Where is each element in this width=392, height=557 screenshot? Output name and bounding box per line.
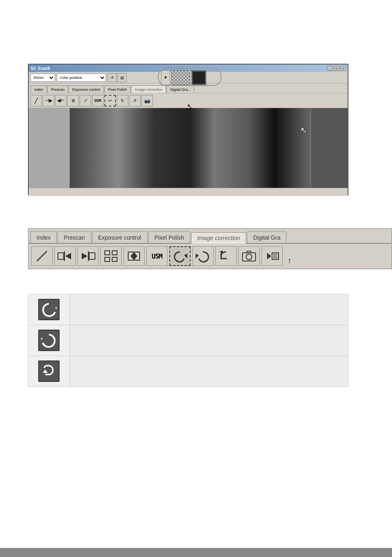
legend-undo-icon — [41, 364, 57, 379]
undo-btn[interactable]: ↺ — [129, 95, 141, 106]
tab-pixel-polish[interactable]: Pixel Polish — [104, 86, 131, 93]
svg-marker-13 — [131, 256, 137, 260]
checkered-preview-icon[interactable] — [171, 70, 190, 85]
curve-icon — [35, 250, 48, 263]
tab-prescan[interactable]: Prescan — [47, 86, 68, 93]
zt-rotate-right-button[interactable] — [192, 246, 214, 266]
svg-rect-1 — [58, 253, 64, 259]
legend-rotate-cw-button[interactable] — [38, 330, 60, 351]
canvas-right-panel — [311, 108, 348, 188]
canvas-left-panel — [29, 108, 70, 188]
legend-row-undo — [28, 356, 348, 386]
zt-usm-button[interactable]: USM — [146, 246, 168, 266]
zoomed-tab-exposure[interactable]: Exposure control — [92, 231, 148, 243]
zt-camera-button[interactable] — [238, 246, 260, 266]
dropdown-arrow-button[interactable]: ▼ — [161, 70, 170, 85]
legend-row-restore — [28, 294, 348, 325]
level-out-icon — [80, 250, 96, 263]
zoomed-tab-pixel-polish[interactable]: Pixel Polish — [148, 231, 190, 243]
svg-marker-24 — [55, 305, 57, 311]
window-title: SiI_Scan8 — [30, 66, 50, 71]
zt-restore-selected-button[interactable] — [169, 246, 191, 266]
toolbar-row-2: ╱ ⊣▶ ◀⊢ ⊞ ⤢ USM ↩ ↻ ↺ 📷 ↖ — [29, 93, 348, 108]
level-in-btn[interactable]: ⊣▶ — [43, 95, 54, 106]
legend-rotate-cw-icon — [41, 333, 57, 348]
maximize-button[interactable]: □ — [334, 66, 339, 71]
svg-rect-7 — [105, 251, 110, 255]
zoomed-tab-digital-gra[interactable]: Digital Gra — [247, 231, 286, 243]
color-mode-select[interactable]: Color positive — [57, 74, 106, 82]
toolbar-icons-left: ↺ ▤ — [108, 73, 127, 82]
undo-icon — [219, 250, 233, 263]
tab-digital-gra[interactable]: Digital Gra... — [166, 86, 194, 93]
legend-text-undo — [69, 356, 348, 386]
zoomed-tab-image-correction[interactable]: Image correction — [191, 232, 246, 244]
minimize-button[interactable]: _ — [327, 66, 333, 71]
zoomed-tab-index[interactable]: Index — [30, 231, 57, 243]
more-icon — [265, 250, 279, 263]
rotate-right-icon — [196, 250, 210, 263]
svg-marker-16 — [219, 250, 223, 254]
legend-restore-button[interactable] — [38, 299, 60, 320]
usm-btn[interactable]: USM — [92, 95, 104, 106]
legend-icon-cell-rotate-cw — [28, 326, 69, 354]
zt-more-button[interactable] — [261, 246, 283, 266]
zoomed-tabs-section: Index Prescan Exposure control Pixel Pol… — [28, 228, 392, 269]
zt-expand-button[interactable] — [123, 246, 145, 266]
legend-section — [28, 294, 348, 387]
zoomed-tab-row: Index Prescan Exposure control Pixel Pol… — [29, 229, 391, 244]
rotate-icon[interactable]: ↺ — [108, 73, 117, 82]
svg-rect-10 — [112, 257, 117, 261]
camera-btn[interactable]: 📷 — [141, 95, 153, 106]
zoom-select[interactable]: 25mm — [30, 74, 55, 82]
legend-text-rotate-cw — [69, 325, 348, 356]
tab-index[interactable]: Index — [30, 86, 47, 93]
svg-marker-2 — [65, 253, 71, 259]
zoomed-tab-prescan[interactable]: Prescan — [58, 231, 91, 243]
color-balance-btn[interactable]: ⊞ — [67, 95, 79, 106]
solid-preview-icon[interactable] — [191, 70, 206, 85]
legend-undo-button[interactable] — [38, 361, 60, 382]
camera-icon — [242, 250, 256, 263]
zt-color-balance-button[interactable] — [100, 246, 122, 266]
curve-btn[interactable]: ╱ — [30, 95, 42, 106]
legend-icon-cell-restore — [28, 296, 69, 324]
tab-image-correction[interactable]: Image correction — [131, 86, 166, 93]
svg-line-0 — [37, 251, 47, 261]
legend-text-restore — [69, 294, 348, 325]
svg-marker-19 — [267, 253, 271, 259]
window-controls: _ □ × — [327, 66, 346, 71]
bottom-bar — [0, 548, 392, 557]
rotate-cw-btn[interactable]: ↻ — [117, 95, 128, 106]
scan-icon[interactable]: ▤ — [118, 73, 127, 82]
zt-level-out-button[interactable] — [77, 246, 99, 266]
canvas-area — [29, 108, 348, 188]
svg-marker-12 — [131, 252, 137, 256]
cursor-pointer-zoomed: ↑ — [288, 257, 291, 265]
screenshot-window: SiI_Scan8 _ □ × 25mm Color positive ↺ ▤ … — [28, 64, 348, 195]
svg-rect-8 — [112, 251, 117, 255]
svg-marker-4 — [82, 253, 88, 259]
legend-row-rotate-cw — [28, 325, 348, 356]
expand-btn[interactable]: ⤢ — [80, 95, 91, 106]
zt-curve-button[interactable] — [31, 246, 53, 266]
close-button[interactable]: × — [340, 66, 346, 71]
grid-icon — [104, 250, 118, 263]
restore-btn[interactable]: ↩ — [104, 95, 116, 106]
svg-rect-9 — [105, 257, 110, 261]
svg-marker-25 — [41, 336, 43, 342]
svg-marker-26 — [43, 370, 48, 373]
svg-point-18 — [246, 254, 252, 260]
restore-selected-icon — [173, 250, 187, 263]
usm-label: USM — [152, 252, 162, 260]
level-out-btn[interactable]: ◀⊢ — [55, 95, 67, 106]
expand-icon — [127, 250, 141, 263]
tab-exposure[interactable]: Exposure control — [69, 86, 104, 93]
zoomed-toolbar-row: USM — [29, 244, 391, 268]
svg-rect-6 — [89, 253, 95, 259]
level-in-icon — [57, 250, 73, 263]
horizontal-scrollbar[interactable] — [29, 188, 348, 196]
legend-icon-cell-undo — [28, 357, 69, 385]
zt-undo-button[interactable] — [215, 246, 237, 266]
zt-level-in-button[interactable] — [54, 246, 76, 266]
